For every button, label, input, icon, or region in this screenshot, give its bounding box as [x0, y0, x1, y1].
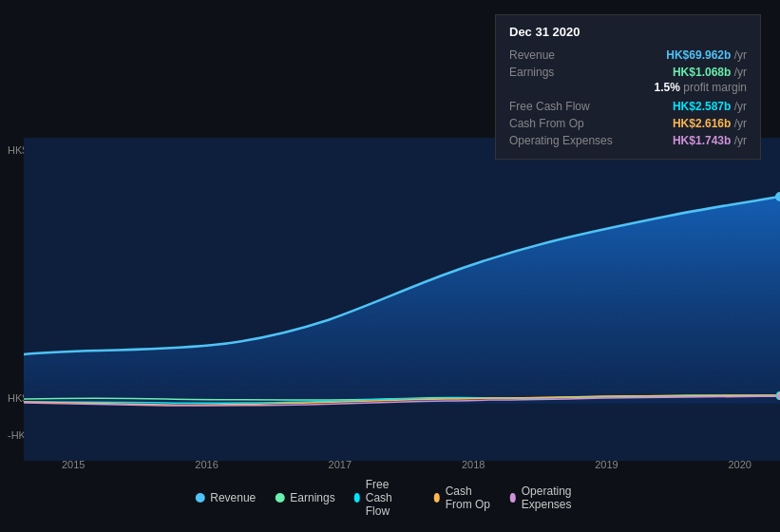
legend-item-earnings[interactable]: Earnings: [275, 491, 334, 504]
tooltip-row-revenue: Revenue HK$69.962b /yr: [509, 47, 747, 64]
tooltip-row-fcf: Free Cash Flow HK$2.587b /yr: [509, 98, 747, 115]
legend-dot-revenue: [195, 493, 204, 503]
tooltip-row-earnings: Earnings HK$1.068b /yr: [509, 64, 747, 81]
legend-label-revenue: Revenue: [210, 491, 256, 504]
x-axis-label-2016: 2016: [195, 459, 218, 470]
tooltip-label-cashfromop: Cash From Op: [509, 117, 584, 130]
tooltip-label-revenue: Revenue: [509, 48, 555, 62]
legend-item-revenue[interactable]: Revenue: [195, 491, 256, 504]
legend-dot-cashfromop: [434, 493, 440, 503]
x-axis-label-2018: 2018: [462, 459, 485, 470]
legend-label-opex: Operating Expenses: [522, 484, 585, 511]
x-axis-label-2017: 2017: [329, 459, 352, 470]
tooltip-date: Dec 31 2020: [509, 25, 747, 39]
tooltip-value-revenue: HK$69.962b /yr: [666, 48, 747, 62]
tooltip-value-fcf: HK$2.587b /yr: [673, 100, 747, 113]
tooltip-label-opex: Operating Expenses: [509, 134, 613, 147]
legend-dot-fcf: [354, 493, 360, 503]
legend-label-earnings: Earnings: [290, 491, 334, 504]
chart-svg: [24, 138, 780, 461]
legend-item-fcf[interactable]: Free Cash Flow: [354, 478, 415, 518]
legend-item-cashfromop[interactable]: Cash From Op: [434, 484, 491, 511]
tooltip-label-earnings: Earnings: [509, 66, 554, 79]
chart-container: HK$70b HK$0 -HK$10b: [0, 0, 780, 532]
tooltip-value-cashfromop: HK$2.616b /yr: [673, 117, 747, 130]
legend-label-cashfromop: Cash From Op: [446, 484, 491, 511]
x-axis-label-2020: 2020: [728, 459, 751, 470]
tooltip-row-opex: Operating Expenses HK$1.743b /yr: [509, 132, 747, 149]
legend-label-fcf: Free Cash Flow: [366, 478, 415, 518]
tooltip-box: Dec 31 2020 Revenue HK$69.962b /yr Earni…: [495, 14, 761, 160]
tooltip-label-fcf: Free Cash Flow: [509, 100, 590, 113]
legend-dot-earnings: [275, 493, 284, 503]
tooltip-value-earnings: HK$1.068b /yr: [673, 66, 747, 79]
legend: Revenue Earnings Free Cash Flow Cash Fro…: [195, 478, 585, 518]
tooltip-row-cashfromop: Cash From Op HK$2.616b /yr: [509, 115, 747, 132]
legend-item-opex[interactable]: Operating Expenses: [510, 484, 585, 511]
x-axis-label-2019: 2019: [595, 459, 618, 470]
profit-margin-value: 1.5%: [655, 81, 680, 94]
profit-margin-label: profit margin: [683, 81, 747, 94]
x-axis-label-2015: 2015: [62, 459, 85, 470]
legend-dot-opex: [510, 493, 516, 503]
tooltip-value-opex: HK$1.743b /yr: [673, 134, 747, 147]
